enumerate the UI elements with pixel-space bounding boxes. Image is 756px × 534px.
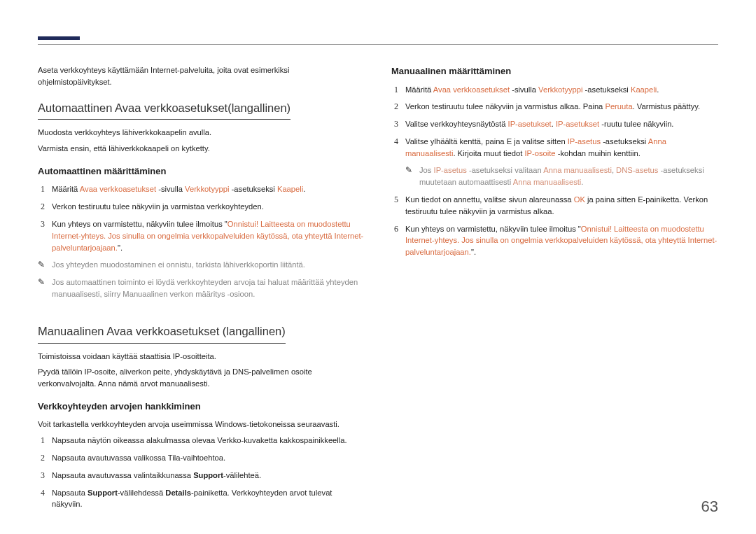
step-1: 1 Napsauta näytön oikeassa alakulmassa o… (38, 435, 365, 447)
step-2: 2 Verkon testiruutu tulee näkyviin ja va… (391, 101, 718, 113)
note-row: ✎ Jos yhteyden muodostaminen ei onnistu,… (38, 259, 365, 271)
step-text: Määritä Avaa verkkoasetukset -sivulla Ve… (405, 84, 718, 96)
step-4: 4 Napsauta Support-välilehdessä Details-… (38, 487, 365, 511)
step-1: 1 Määritä Avaa verkkoasetukset -sivulla … (38, 183, 365, 195)
two-column-layout: Aseta verkkoyhteys käyttämään Internet-p… (38, 64, 718, 516)
step-number: 6 (391, 223, 398, 235)
step-text: Verkon testiruutu tulee näkyviin ja varm… (405, 101, 718, 113)
step-number: 2 (391, 101, 398, 113)
step-number: 3 (38, 470, 45, 482)
step-number: 1 (38, 183, 45, 195)
note-icon: ✎ (38, 276, 45, 288)
left-column: Aseta verkkoyhteys käyttämään Internet-p… (38, 64, 365, 516)
section-title-auto: Automaattinen Avaa verkkoasetukset(langa… (38, 99, 290, 120)
note-text: Jos yhteyden muodostaminen ei onnistu, t… (52, 259, 365, 271)
step-text: Määritä Avaa verkkoasetukset -sivulla Ve… (52, 183, 365, 195)
note-row: ✎ Jos IP-asetus -asetukseksi valitaan An… (405, 164, 718, 188)
note-icon: ✎ (405, 164, 412, 176)
right-column: Manuaalinen määrittäminen 1 Määritä Avaa… (391, 64, 718, 516)
step-text: Kun yhteys on varmistettu, näkyviin tule… (405, 223, 718, 258)
step-text: Kun tiedot on annettu, valitse sivun ala… (405, 194, 718, 218)
manual-setup-steps: 1 Määritä Avaa verkkoasetukset -sivulla … (391, 84, 718, 160)
step-text: Valitse ylhäältä kenttä, paina E ja vali… (405, 136, 718, 160)
step-number: 3 (391, 118, 398, 130)
auto-setup-steps: 1 Määritä Avaa verkkoasetukset -sivulla … (38, 183, 365, 253)
subhead-get-values: Verkkoyhteyden arvojen hankkiminen (38, 400, 365, 414)
section1-p2: Varmista ensin, että lähiverkkokaapeli o… (38, 143, 365, 155)
step-number: 2 (38, 452, 45, 464)
horizontal-rule (38, 44, 718, 45)
document-page: Aseta verkkoyhteys käyttämään Internet-p… (0, 0, 756, 534)
page-number: 63 (701, 498, 718, 516)
step-number: 5 (391, 194, 398, 206)
step-number: 4 (391, 136, 398, 148)
step-number: 1 (38, 435, 45, 447)
step-number: 2 (38, 201, 45, 213)
step-number: 1 (391, 84, 398, 96)
manual-setup-steps-cont: 5 Kun tiedot on annettu, valitse sivun a… (391, 194, 718, 258)
step-text: Valitse verkkoyhteysnäytöstä IP-asetukse… (405, 118, 718, 130)
step-text: Napsauta näytön oikeassa alakulmassa ole… (52, 435, 365, 447)
section-title-manual: Manuaalinen Avaa verkkoasetukset (langal… (38, 323, 286, 344)
section2-p2: Pyydä tällöin IP-osoite, aliverkon peite… (38, 366, 365, 390)
step-1: 1 Määritä Avaa verkkoasetukset -sivulla … (391, 84, 718, 96)
note-row: ✎ Jos automaattinen toiminto ei löydä ve… (38, 276, 365, 300)
note-icon: ✎ (38, 259, 45, 271)
step-3: 3 Valitse verkkoyhteysnäytöstä IP-asetuk… (391, 118, 718, 130)
step-text: Napsauta avautuvassa valikossa Tila-vaih… (52, 452, 365, 464)
step-5: 5 Kun tiedot on annettu, valitse sivun a… (391, 194, 718, 218)
step-2: 2 Verkon testiruutu tulee näkyviin ja va… (38, 201, 365, 213)
subhead-manual-setup: Manuaalinen määrittäminen (391, 64, 718, 78)
step-number: 3 (38, 218, 45, 230)
step-4: 4 Valitse ylhäältä kenttä, paina E ja va… (391, 136, 718, 160)
step-text: Napsauta avautuvassa valintaikkunassa Su… (52, 470, 365, 482)
get-values-intro: Voit tarkastella verkkoyhteyden arvoja u… (38, 419, 365, 430)
accent-bar (38, 36, 80, 40)
step-3: 3 Kun yhteys on varmistettu, näkyviin tu… (38, 218, 365, 253)
step-number: 4 (38, 487, 45, 499)
step-2: 2 Napsauta avautuvassa valikossa Tila-va… (38, 452, 365, 464)
note-text: Jos automaattinen toiminto ei löydä verk… (52, 276, 365, 300)
get-values-steps: 1 Napsauta näytön oikeassa alakulmassa o… (38, 435, 365, 510)
subhead-auto-setup: Automaattinen määrittäminen (38, 164, 365, 178)
step-3: 3 Napsauta avautuvassa valintaikkunassa … (38, 470, 365, 482)
intro-text: Aseta verkkoyhteys käyttämään Internet-p… (38, 64, 365, 88)
step-text: Napsauta Support-välilehdessä Details-pa… (52, 487, 365, 511)
section2-p1: Toimistoissa voidaan käyttää staattisia … (38, 351, 365, 363)
step-text: Verkon testiruutu tulee näkyviin ja varm… (52, 201, 365, 213)
note-text: Jos IP-asetus -asetukseksi valitaan Anna… (419, 164, 718, 188)
section1-p1: Muodosta verkkoyhteys lähiverkkokaapelin… (38, 127, 365, 139)
step-text: Kun yhteys on varmistettu, näkyviin tule… (52, 218, 365, 253)
step-6: 6 Kun yhteys on varmistettu, näkyviin tu… (391, 223, 718, 258)
